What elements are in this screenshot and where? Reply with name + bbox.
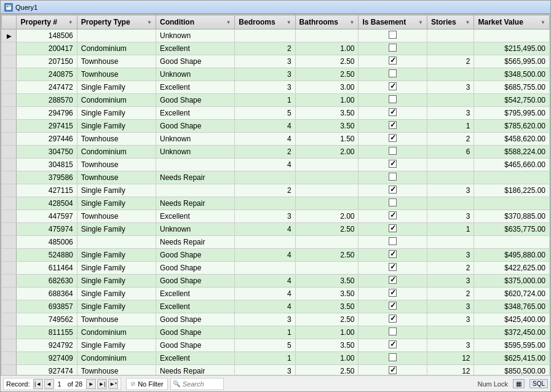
basement-checkbox[interactable] (389, 224, 397, 232)
cell-basement[interactable] (359, 29, 427, 42)
table-row[interactable]: 693857Single FamilyExcellent43.503$348,7… (2, 300, 550, 313)
col-header-condition[interactable]: Condition ▼ (156, 15, 235, 29)
new-record-button[interactable]: ►* (108, 379, 118, 389)
basement-checkbox[interactable] (389, 108, 397, 116)
basement-checkbox[interactable] (389, 173, 397, 181)
col-header-basement[interactable]: Is Basement ▼ (359, 15, 427, 29)
cell-basement[interactable] (359, 223, 427, 236)
table-row[interactable]: 294796Single FamilyExcellent53.503$795,9… (2, 107, 550, 120)
cell-basement[interactable] (359, 159, 427, 171)
cell-basement[interactable] (359, 107, 427, 120)
table-row[interactable]: 427115Single Family23$186,225.00 (2, 184, 550, 197)
basement-checkbox[interactable] (389, 289, 397, 297)
col-header-property-num[interactable]: Property # ▼ (17, 15, 77, 29)
last-record-button[interactable]: ►| (97, 379, 107, 389)
cell-basement[interactable] (359, 275, 427, 288)
col-header-stories[interactable]: Stories ▼ (427, 15, 474, 29)
basement-checkbox[interactable] (389, 31, 397, 39)
cell-basement[interactable] (359, 42, 427, 55)
basement-checkbox[interactable] (389, 186, 397, 194)
cell-basement[interactable] (359, 262, 427, 275)
table-row[interactable]: 379586TownhouseNeeds Repair (2, 171, 550, 184)
table-row[interactable]: 811155CondominiumGood Shape11.00$372,450… (2, 326, 550, 339)
cell-basement[interactable] (359, 339, 427, 352)
table-row[interactable]: 207150TownhouseGood Shape32.502$565,995.… (2, 55, 550, 68)
datasheet-view-button[interactable]: ▦ (513, 379, 525, 388)
basement-checkbox[interactable] (389, 250, 397, 258)
cell-basement[interactable] (359, 184, 427, 197)
col-header-property-type[interactable]: Property Type ▼ (77, 15, 156, 29)
cell-basement[interactable] (359, 326, 427, 339)
cell-basement[interactable] (359, 94, 427, 107)
basement-checkbox[interactable] (389, 44, 397, 52)
cell-basement[interactable] (359, 197, 427, 210)
cell-basement[interactable] (359, 68, 427, 81)
cell-basement[interactable] (359, 210, 427, 223)
basement-checkbox[interactable] (389, 327, 397, 335)
table-row[interactable]: 288570CondominiumGood Shape11.00$542,750… (2, 94, 550, 107)
sql-view-button[interactable]: SQL (529, 379, 548, 388)
table-row[interactable]: 247472Single FamilyExcellent33.003$685,7… (2, 81, 550, 94)
table-row[interactable]: 304750CondominiumUnknown22.006$588,224.0… (2, 146, 550, 159)
table-row[interactable]: 749562TownhouseGood Shape32.503$425,400.… (2, 313, 550, 326)
basement-checkbox[interactable] (389, 302, 397, 310)
basement-checkbox[interactable] (389, 237, 397, 245)
cell-basement[interactable] (359, 236, 427, 249)
basement-checkbox[interactable] (389, 121, 397, 129)
search-input[interactable] (180, 380, 223, 388)
basement-checkbox[interactable] (389, 147, 397, 155)
cell-basement[interactable] (359, 81, 427, 94)
table-row[interactable]: 485006Needs Repair (2, 236, 550, 249)
basement-checkbox[interactable] (389, 198, 397, 206)
table-row[interactable]: 927409CondominiumExcellent11.0012$625,41… (2, 352, 550, 365)
basement-checkbox[interactable] (389, 353, 397, 361)
cell-basement[interactable] (359, 171, 427, 184)
table-row[interactable]: 927474TownhouseNeeds Repair32.5012$850,5… (2, 365, 550, 376)
basement-checkbox[interactable] (389, 134, 397, 142)
basement-checkbox[interactable] (389, 69, 397, 77)
table-row[interactable]: 924792Single FamilyGood Shape53.503$595,… (2, 339, 550, 352)
table-row[interactable]: 524880Single FamilyGood Shape42.503$495,… (2, 249, 550, 262)
basement-checkbox[interactable] (389, 57, 397, 65)
basement-checkbox[interactable] (389, 276, 397, 284)
table-row[interactable]: 304815Townhouse4$465,660.00 (2, 159, 550, 171)
cell-basement[interactable] (359, 365, 427, 376)
basement-checkbox[interactable] (389, 95, 397, 103)
table-row[interactable]: 297415Single FamilyGood Shape43.501$785,… (2, 120, 550, 133)
next-record-button[interactable]: ► (86, 379, 96, 389)
table-row[interactable]: 428504Single FamilyNeeds Repair (2, 197, 550, 210)
cell-basement[interactable] (359, 120, 427, 133)
basement-checkbox[interactable] (389, 315, 397, 323)
cell-basement[interactable] (359, 288, 427, 300)
basement-checkbox[interactable] (389, 340, 397, 348)
col-header-bathrooms[interactable]: Bathrooms ▼ (295, 15, 359, 29)
table-row[interactable]: 297446TownhouseUnknown41.502$458,620.00 (2, 133, 550, 146)
search-box[interactable]: 🔍 (170, 378, 224, 390)
table-row[interactable]: 682630Single FamilyGood Shape43.503$375,… (2, 275, 550, 288)
basement-checkbox[interactable] (389, 160, 397, 168)
first-record-button[interactable]: |◄ (33, 379, 43, 389)
cell-basement[interactable] (359, 300, 427, 313)
col-header-bedrooms[interactable]: Bedrooms ▼ (235, 15, 295, 29)
table-row[interactable]: ▶148506Unknown (2, 29, 550, 42)
record-navigation[interactable]: Record: |◄ ◄ 1 of 28 ► ►| ►* (3, 378, 121, 390)
cell-basement[interactable] (359, 313, 427, 326)
cell-basement[interactable] (359, 352, 427, 365)
table-row[interactable]: 447597TownhouseExcellent32.003$370,885.0… (2, 210, 550, 223)
basement-checkbox[interactable] (389, 366, 397, 374)
cell-basement[interactable] (359, 55, 427, 68)
cell-basement[interactable] (359, 133, 427, 146)
table-row[interactable]: 240875TownhouseUnknown32.50$348,500.00 (2, 68, 550, 81)
basement-checkbox[interactable] (389, 263, 397, 271)
table-row[interactable]: 200417CondominiumExcellent21.00$215,495.… (2, 42, 550, 55)
col-header-market-value[interactable]: Market Value ▼ (474, 15, 550, 29)
table-row[interactable]: 688364Single FamilyExcellent43.502$620,7… (2, 288, 550, 300)
table-row[interactable]: 475974Single FamilyUnknown42.501$635,775… (2, 223, 550, 236)
cell-basement[interactable] (359, 249, 427, 262)
prev-record-button[interactable]: ◄ (44, 379, 54, 389)
table-row[interactable]: 611464Single FamilyGood Shape2$422,625.0… (2, 262, 550, 275)
basement-checkbox[interactable] (389, 211, 397, 219)
basement-checkbox[interactable] (389, 82, 397, 90)
data-table-container[interactable]: Property # ▼ Property Type ▼ Condition (1, 14, 550, 375)
cell-basement[interactable] (359, 146, 427, 159)
